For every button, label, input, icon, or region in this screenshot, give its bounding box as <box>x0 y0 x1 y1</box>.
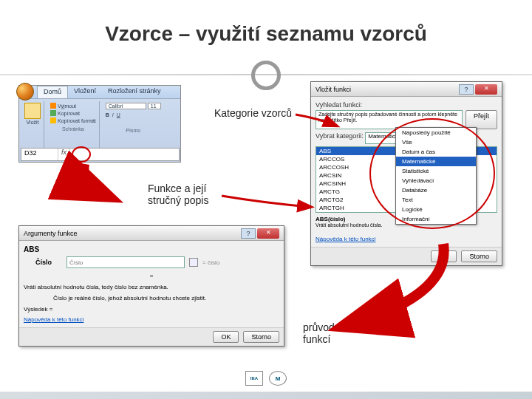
copy-button[interactable]: Kopírovat <box>50 110 96 116</box>
function-arguments-dialog: Argumenty funkce ? ✕ ABS Číslo = číslo =… <box>18 225 284 347</box>
group-clipboard-actions: Vyjmout Kopírovat Kopírovat formát Schrá… <box>47 101 100 149</box>
mu-logo-icon: M <box>269 371 287 386</box>
office-orb-icon[interactable] <box>16 83 34 100</box>
cat-option[interactable]: Logické <box>396 205 476 214</box>
copy-icon <box>50 110 56 116</box>
cat-option[interactable]: Naposledy použité <box>396 128 476 137</box>
group-font: Calibri 11 B I U Písmo <box>103 101 164 149</box>
brush-icon <box>50 117 56 123</box>
footer-logos: IBA M <box>245 371 287 386</box>
italic-button[interactable]: I <box>112 112 114 117</box>
footer-bar <box>0 392 532 399</box>
cancel-button[interactable]: Storno <box>461 250 497 262</box>
cat-option[interactable]: Vše <box>396 137 476 147</box>
close-icon[interactable]: ✕ <box>257 228 279 239</box>
dialog-title: Vložit funkci <box>316 86 351 93</box>
cancel-button[interactable]: Storno <box>243 331 279 343</box>
font-size-select[interactable]: 11 <box>148 103 161 109</box>
font-name-select[interactable]: Calibri <box>106 103 146 109</box>
tab-insert[interactable]: Vložení <box>68 86 102 98</box>
page-title: Vzorce – využití seznamu vzorců <box>0 22 532 46</box>
tab-page-layout[interactable]: Rozložení stránky <box>102 86 167 98</box>
cat-option[interactable]: Matematické <box>396 157 476 166</box>
tab-home[interactable]: Domů <box>37 86 68 98</box>
cat-option[interactable]: Vyhledávací <box>396 176 476 185</box>
bold-button[interactable]: B <box>106 112 109 117</box>
iba-logo-icon: IBA <box>245 371 263 386</box>
help-icon[interactable]: ? <box>241 228 256 239</box>
close-icon[interactable]: ✕ <box>475 84 497 95</box>
label-funcdesc: Funkce a její stručný popis <box>148 183 208 206</box>
cat-option[interactable]: Text <box>396 195 476 205</box>
help-link[interactable]: Nápověda k této funkci <box>316 236 375 242</box>
dialog-title: Argumenty funkce <box>24 230 78 237</box>
ok-button[interactable]: OK <box>213 331 239 343</box>
label-wizard: průvodce funkcí <box>303 321 346 345</box>
category-dropdown[interactable]: Naposledy použité Vše Datum a čas Matema… <box>395 127 477 225</box>
help-link[interactable]: Nápověda k této funkci <box>24 316 83 323</box>
range-picker-icon[interactable] <box>189 258 198 267</box>
arg-input[interactable] <box>66 256 185 268</box>
cut-button[interactable]: Vyjmout <box>50 103 96 109</box>
format-painter-button[interactable]: Kopírovat formát <box>50 117 96 123</box>
group-clipboard: Vložit <box>21 101 44 149</box>
fx-button[interactable]: fx <box>58 149 70 160</box>
fx-highlight-icon <box>72 146 91 163</box>
cat-option[interactable]: Informační <box>396 214 476 224</box>
name-box[interactable]: D32 <box>21 149 58 160</box>
underline-button[interactable]: U <box>117 112 120 117</box>
paste-icon[interactable] <box>24 103 41 119</box>
help-icon[interactable]: ? <box>459 84 474 95</box>
cat-option[interactable]: Databáze <box>396 185 476 195</box>
formula-bar: D32 fx <box>21 148 180 161</box>
cat-option[interactable]: Statistické <box>396 166 476 176</box>
label-category: Kategorie vzorců <box>214 107 292 119</box>
ok-button[interactable]: OK <box>431 250 457 262</box>
cat-option[interactable]: Datum a čas <box>396 147 476 157</box>
scissors-icon <box>50 103 56 109</box>
decorative-circle-icon <box>251 61 281 90</box>
